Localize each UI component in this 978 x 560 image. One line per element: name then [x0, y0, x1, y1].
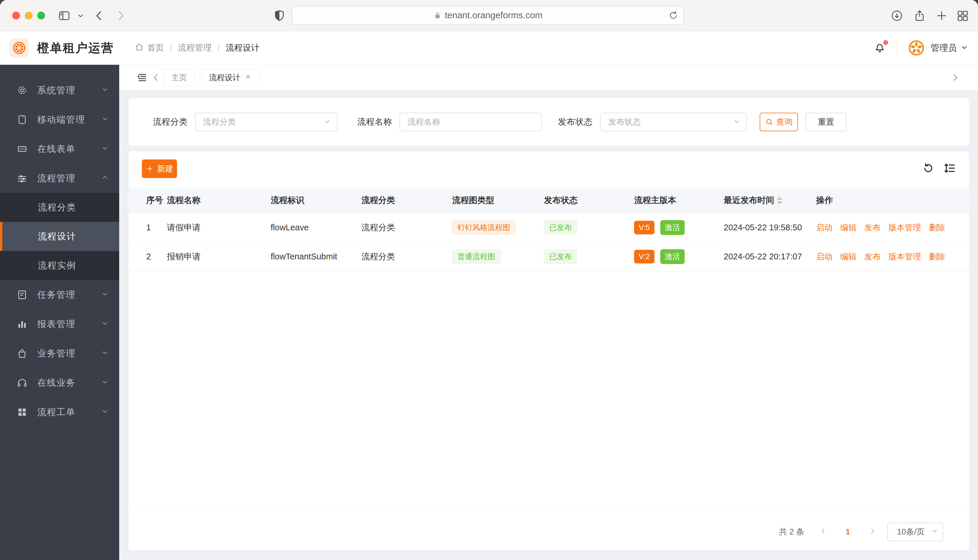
browser-chrome: tenant.orangeforms.com: [0, 0, 978, 31]
action-edit-link[interactable]: 编辑: [840, 222, 856, 233]
row-index-text: 2: [146, 252, 151, 262]
sidebar-item-5[interactable]: 报表管理: [0, 309, 119, 339]
publish-status-badge: 已发布: [544, 250, 577, 264]
privacy-shield-icon[interactable]: [273, 0, 286, 31]
action-delete-link[interactable]: 删除: [929, 251, 945, 262]
flow-category-text: 流程分类: [361, 222, 395, 233]
page-content: 流程分类 流程分类 流程名称 流程名称 发布状态 发布状态 查询: [119, 90, 978, 560]
prev-page-icon[interactable]: [819, 527, 828, 537]
action-edit-link[interactable]: 编辑: [840, 251, 856, 262]
action-start-link[interactable]: 启动: [816, 222, 833, 233]
table-header-label: 流程图类型: [452, 195, 494, 206]
action-publish-link[interactable]: 发布: [864, 251, 881, 262]
new-tab-icon[interactable]: [935, 0, 948, 31]
tab-1[interactable]: 流程设计: [201, 69, 259, 86]
sidebar-subitem-label: 流程实例: [38, 259, 76, 272]
diagram-type-cell: 普通流程图: [452, 250, 544, 264]
refresh-icon[interactable]: [922, 162, 935, 176]
breadcrumb: 首页/流程管理/流程设计: [134, 31, 259, 65]
tab-overview-icon[interactable]: [956, 0, 969, 31]
tab-0[interactable]: 主页: [164, 69, 195, 86]
next-page-icon[interactable]: [868, 527, 877, 537]
action-delete-link[interactable]: 删除: [929, 222, 945, 233]
chevron-down-icon: [101, 115, 109, 125]
chevron-down-icon: [101, 290, 109, 300]
sidebar-item-label: 系统管理: [37, 84, 75, 97]
share-icon[interactable]: [913, 0, 926, 31]
avatar[interactable]: [908, 40, 925, 57]
status-filter-select[interactable]: 发布状态: [600, 113, 747, 131]
chevron-down-icon[interactable]: [76, 0, 85, 31]
breadcrumb-item-1[interactable]: 流程管理: [178, 42, 212, 54]
action-version-manage-link[interactable]: 版本管理: [888, 222, 921, 233]
search-icon: [765, 118, 773, 126]
name-filter-input[interactable]: 流程名称: [400, 113, 542, 131]
breadcrumb-item-2[interactable]: 流程设计: [226, 42, 259, 54]
diagram-type-cell: 钉钉风格流程图: [452, 220, 544, 235]
sidebar-subitem-label: 流程设计: [38, 230, 76, 243]
user-menu-chevron-icon[interactable]: [960, 43, 968, 53]
version-cell: V:2激活: [634, 249, 724, 264]
table-header-cell-7[interactable]: 最近发布时间: [724, 195, 816, 206]
table-header-label: 序号: [146, 195, 163, 206]
sidebar-item-3[interactable]: 流程管理: [0, 163, 119, 193]
create-button[interactable]: 新建: [142, 160, 177, 178]
back-icon[interactable]: [92, 0, 106, 31]
sidebar-item-7[interactable]: 在线业务: [0, 368, 119, 397]
column-settings-icon[interactable]: [943, 162, 956, 176]
action-version-manage-link[interactable]: 版本管理: [888, 251, 921, 262]
current-page[interactable]: 1: [846, 527, 850, 537]
sidebar-item-2[interactable]: 在线表单: [0, 134, 119, 163]
search-button[interactable]: 查询: [760, 113, 798, 131]
sidebar-subitem-3-0[interactable]: 流程分类: [0, 193, 119, 222]
notification-bell-icon[interactable]: [873, 41, 886, 55]
reset-button[interactable]: 重置: [805, 113, 847, 131]
tabs-scroll-left-icon[interactable]: [150, 65, 162, 90]
row-actions: 启动编辑发布版本管理删除: [816, 251, 969, 262]
published-at-cell: 2024-05-22 19:58:50: [724, 223, 816, 232]
maximize-traffic-light[interactable]: [37, 12, 45, 20]
sidebar-toggle-icon[interactable]: [58, 0, 71, 31]
action-publish-link[interactable]: 发布: [864, 222, 881, 233]
table-header: 序号流程名称流程标识流程分类流程图类型发布状态流程主版本最近发布时间操作: [129, 188, 969, 213]
tab-list-icon[interactable]: [136, 65, 148, 90]
version-cell: V:5激活: [634, 220, 724, 235]
sidebar-item-0[interactable]: 系统管理: [0, 75, 119, 105]
forward-icon[interactable]: [114, 0, 127, 31]
page-size-select[interactable]: 10条/页: [887, 523, 943, 541]
close-icon[interactable]: [244, 73, 251, 82]
published-at-text: 2024-05-22 20:17:07: [724, 252, 802, 262]
reload-icon[interactable]: [668, 10, 679, 22]
flow-name-text: 请假申请: [167, 222, 201, 233]
sidebar-item-8[interactable]: 流程工单: [0, 397, 119, 427]
sort-caret-icon[interactable]: [777, 197, 782, 205]
sidebar-item-label: 业务管理: [37, 347, 75, 360]
action-start-link[interactable]: 启动: [816, 251, 833, 262]
sidebar-item-label: 在线业务: [37, 377, 75, 389]
sidebar-subitem-label: 流程分类: [38, 201, 76, 213]
sidebar-item-6[interactable]: 业务管理: [0, 339, 119, 368]
table-header-label: 发布状态: [544, 195, 578, 206]
sidebar-item-label: 在线表单: [37, 143, 75, 155]
pagination: 共 2 条 1 10条/页: [779, 523, 943, 541]
page-size-label: 10条/页: [897, 526, 925, 537]
minimize-traffic-light[interactable]: [25, 12, 33, 20]
grid-icon: [16, 407, 28, 418]
flow-category: 流程分类: [361, 222, 452, 233]
tabs-scroll-right-icon[interactable]: [950, 65, 961, 90]
close-traffic-light[interactable]: [12, 12, 20, 20]
browser-window: tenant.orangeforms.com 橙单租户运营 首页/流程管理/流程…: [0, 0, 978, 560]
sidebar-item-4[interactable]: 任务管理: [0, 280, 119, 309]
url-bar[interactable]: tenant.orangeforms.com: [292, 6, 684, 25]
user-name[interactable]: 管理员: [931, 42, 957, 54]
sidebar-item-1[interactable]: 移动端管理: [0, 105, 119, 134]
sidebar-subitem-3-2[interactable]: 流程实例: [0, 251, 119, 280]
active-badge: 激活: [660, 249, 685, 264]
breadcrumb-label: 流程管理: [178, 42, 212, 54]
sidebar-subitem-3-1[interactable]: 流程设计: [0, 222, 119, 251]
table-row: 2报销申请flowTenantSubmit流程分类普通流程图已发布V:2激活20…: [129, 242, 969, 271]
breadcrumb-item-0[interactable]: 首页: [134, 42, 164, 54]
status-filter-placeholder: 发布状态: [608, 117, 641, 128]
downloads-icon[interactable]: [890, 0, 904, 31]
category-filter-select[interactable]: 流程分类: [195, 113, 338, 131]
